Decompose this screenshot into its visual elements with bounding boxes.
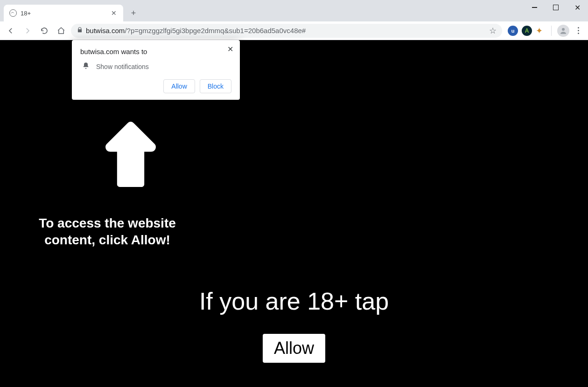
window-maximize-button[interactable]: [545, 0, 567, 15]
window-close-button[interactable]: ✕: [567, 0, 588, 15]
browser-menu-button[interactable]: [572, 25, 584, 36]
prompt-header: butwisa.com wants to: [80, 48, 231, 55]
address-bar[interactable]: butwisa.com/?p=gmzggzlfgi5gi3bpge2dmmq&s…: [71, 24, 502, 38]
tab-close-button[interactable]: ✕: [110, 9, 118, 17]
tab-title: 18+: [21, 10, 106, 17]
prompt-block-button[interactable]: Block: [200, 79, 231, 93]
nav-home-button[interactable]: [54, 24, 68, 38]
notification-permission-prompt: ✕ butwisa.com wants to Show notification…: [72, 40, 240, 100]
extensions-tray: u A ✦: [505, 26, 546, 36]
new-tab-button[interactable]: +: [127, 7, 140, 20]
bookmark-star-icon[interactable]: ☆: [489, 26, 497, 36]
bell-icon: [82, 62, 90, 71]
arrow-up-icon: [103, 122, 159, 189]
browser-tabstrip: 18+ ✕ + ✕: [0, 0, 588, 21]
window-minimize-button[interactable]: [524, 0, 545, 15]
headline-text: If you are 18+ tap: [0, 287, 588, 315]
nav-reload-button[interactable]: [37, 24, 51, 38]
extension-misc-icon[interactable]: ✦: [536, 26, 543, 36]
profile-avatar-button[interactable]: [557, 25, 569, 37]
url-path: /?p=gmzggzlfgi5gi3bpge2dmmq&sub1=20b6ad5…: [125, 27, 306, 35]
toolbar-separator: [551, 26, 552, 36]
browser-toolbar: butwisa.com/?p=gmzggzlfgi5gi3bpge2dmmq&s…: [0, 21, 588, 40]
extension-avast-icon[interactable]: A: [522, 26, 532, 36]
prompt-close-button[interactable]: ✕: [225, 44, 235, 54]
page-allow-button[interactable]: Allow: [263, 334, 325, 363]
url-host: butwisa.com: [86, 27, 125, 35]
prompt-allow-button[interactable]: Allow: [163, 79, 195, 93]
nav-forward-button[interactable]: [21, 24, 35, 38]
instruction-text: To access the website content, click All…: [39, 215, 176, 249]
nav-back-button[interactable]: [4, 24, 18, 38]
url-text: butwisa.com/?p=gmzggzlfgi5gi3bpge2dmmq&s…: [86, 27, 306, 35]
prompt-item-text: Show notifications: [96, 63, 149, 70]
svg-point-0: [562, 28, 565, 31]
globe-icon: [9, 9, 17, 17]
extension-ublock-icon[interactable]: u: [508, 26, 518, 36]
browser-tab-active[interactable]: 18+ ✕: [4, 5, 123, 21]
lock-icon: [77, 27, 83, 35]
